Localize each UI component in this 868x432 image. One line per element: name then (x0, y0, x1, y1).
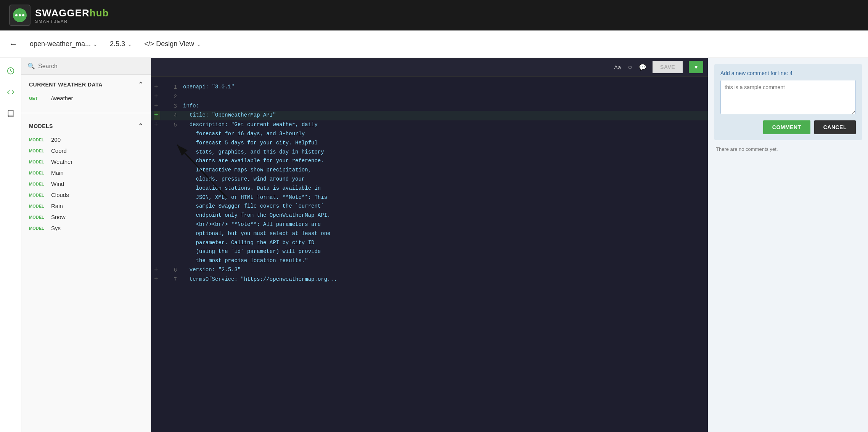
version-chevron: ⌄ (127, 41, 132, 47)
nav-section-weather-title[interactable]: CURRENT WEATHER DATA ⌃ (29, 81, 143, 88)
code-line-7: + 7 termsOfService: "https://openweather… (151, 275, 708, 285)
model-item-rain[interactable]: MODEL Rain (29, 200, 143, 211)
api-name-selector[interactable]: open-weather_ma... ⌄ (30, 40, 98, 48)
design-view-label: </> Design View (144, 40, 194, 48)
nav-divider (21, 113, 151, 113)
line-plus-1[interactable]: + (154, 83, 160, 91)
version-label: 2.5.3 (110, 40, 125, 48)
model-badge-sys: MODEL (29, 226, 47, 230)
model-badge-main: MODEL (29, 171, 47, 175)
model-badge-rain: MODEL (29, 204, 47, 208)
nav-panel: 🔍 CURRENT WEATHER DATA ⌃ GET /weather MO… (21, 58, 151, 432)
nav-section-models-toggle[interactable]: ⌃ (138, 122, 143, 130)
model-item-coord[interactable]: MODEL Coord (29, 145, 143, 156)
model-item-main[interactable]: MODEL Main (29, 167, 143, 178)
line-plus-5[interactable]: + (154, 120, 160, 129)
logo-text: SWAGGERhub SMARTBEAR (35, 7, 109, 24)
sub-header: ← open-weather_ma... ⌄ 2.5.3 ⌄ </> Desig… (0, 30, 868, 58)
code-line-4: + 4 title: "OpenWeatherMap API" (151, 111, 708, 120)
model-badge-wind: MODEL (29, 182, 47, 186)
back-button[interactable]: ← (9, 39, 18, 49)
nav-badge-get: GET (29, 96, 47, 101)
logo-name: SWAGGERhub (35, 7, 109, 19)
line-plus-7[interactable]: + (154, 275, 160, 284)
line-plus-2[interactable]: + (154, 92, 160, 101)
model-item-200[interactable]: MODEL 200 (29, 134, 143, 145)
comment-box-title: Add a new comment for line: 4 (720, 70, 856, 76)
code-line-2: + 2 (151, 92, 708, 102)
nav-item-weather-path: /weather (51, 95, 73, 101)
code-line-1: + 1 openapi: "3.0.1" (151, 83, 708, 92)
nav-section-models-title[interactable]: MODELS ⌃ (29, 122, 143, 130)
model-item-snow[interactable]: MODEL Snow (29, 211, 143, 222)
line-plus-4[interactable]: + (154, 111, 160, 120)
brightness-icon[interactable]: ☼ (627, 64, 633, 70)
code-line-3: + 3 info: (151, 102, 708, 111)
main-layout: 🔍 CURRENT WEATHER DATA ⌃ GET /weather MO… (0, 58, 868, 432)
model-badge-coord: MODEL (29, 149, 47, 153)
logo-swagger: SWAGGER (35, 7, 90, 19)
design-view-selector[interactable]: </> Design View ⌄ (144, 40, 201, 48)
comment-icon-toolbar[interactable]: 💬 (639, 64, 646, 71)
api-name-chevron: ⌄ (93, 41, 98, 47)
search-bar: 🔍 (21, 58, 151, 75)
save-button[interactable]: SAVE (653, 61, 683, 73)
model-item-sys[interactable]: MODEL Sys (29, 222, 143, 234)
comment-box: Add a new comment for line: 4 COMMENT CA… (714, 64, 862, 140)
line-plus-3[interactable]: + (154, 102, 160, 110)
code-icon-btn[interactable] (4, 85, 18, 99)
editor-toolbar: Aa ☼ 💬 SAVE ▼ (151, 58, 708, 77)
line-plus-6[interactable]: + (154, 266, 160, 274)
comment-button[interactable]: COMMENT (763, 120, 810, 134)
code-content: + 1 openapi: "3.0.1" + 2 + 3 info: + 4 t… (151, 77, 708, 291)
version-selector[interactable]: 2.5.3 ⌄ (110, 40, 132, 48)
model-badge-200: MODEL (29, 138, 47, 142)
logo-dots (13, 8, 27, 22)
model-badge-snow: MODEL (29, 215, 47, 219)
model-item-wind[interactable]: MODEL Wind (29, 178, 143, 189)
no-comments-text: There are no comments yet. (708, 146, 868, 152)
code-line-6: + 6 version: "2.5.3" (151, 266, 708, 275)
model-badge-clouds: MODEL (29, 193, 47, 197)
font-size-btn[interactable]: Aa (614, 64, 621, 70)
save-dropdown-button[interactable]: ▼ (689, 61, 703, 73)
cancel-button[interactable]: CANCEL (814, 120, 856, 134)
logo-hub: hub (90, 7, 109, 19)
nav-section-models: MODELS ⌃ MODEL 200 MODEL Coord MODEL Wea… (21, 116, 151, 240)
nav-item-get-weather[interactable]: GET /weather (29, 93, 143, 104)
book-icon-btn[interactable] (4, 107, 18, 120)
analytics-icon-btn[interactable] (4, 64, 18, 78)
search-input[interactable] (38, 63, 145, 70)
search-icon: 🔍 (27, 62, 35, 70)
code-line-5: + 5 description: "Get current weather, d… (151, 120, 708, 266)
logo-brace (9, 5, 31, 26)
top-header: SWAGGERhub SMARTBEAR (0, 0, 868, 30)
logo-area: SWAGGERhub SMARTBEAR (9, 5, 109, 26)
icon-sidebar (0, 58, 21, 432)
models-list: MODEL 200 MODEL Coord MODEL Weather MODE… (29, 134, 143, 234)
logo-smartbear: SMARTBEAR (35, 19, 109, 24)
model-item-clouds[interactable]: MODEL Clouds (29, 189, 143, 200)
comment-textarea[interactable] (720, 80, 856, 114)
nav-section-weather: CURRENT WEATHER DATA ⌃ GET /weather (21, 75, 151, 110)
editor-area[interactable]: Aa ☼ 💬 SAVE ▼ + 1 openapi: "3.0.1" + 2 +… (151, 58, 708, 432)
design-view-chevron: ⌄ (196, 41, 201, 47)
model-badge-weather: MODEL (29, 160, 47, 164)
nav-section-weather-toggle[interactable]: ⌃ (138, 81, 143, 88)
model-item-weather[interactable]: MODEL Weather (29, 156, 143, 167)
comment-panel: Add a new comment for line: 4 COMMENT CA… (708, 58, 868, 432)
api-name-label: open-weather_ma... (30, 40, 91, 48)
comment-actions: COMMENT CANCEL (720, 120, 856, 134)
